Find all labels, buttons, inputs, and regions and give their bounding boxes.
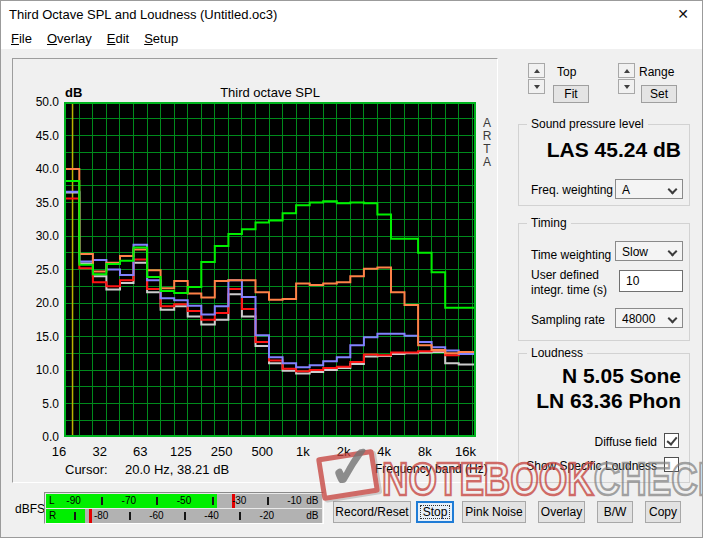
- x-tick: 4k: [377, 444, 391, 459]
- integr-time-input[interactable]: [619, 270, 683, 292]
- spl-group-label: Sound pressure level: [527, 117, 648, 131]
- meter-scale-label: dB: [306, 510, 318, 521]
- time-weighting-label: Time weighting: [531, 248, 611, 262]
- menu-edit[interactable]: Edit: [101, 28, 138, 49]
- chevron-down-icon: [668, 185, 678, 195]
- sampling-rate-value: 48000: [622, 312, 655, 326]
- fit-button[interactable]: Fit: [553, 85, 589, 103]
- freq-weighting-label: Freq. weighting: [531, 183, 613, 197]
- chart-panel: dB Third octave SPL A R T A 50.045.040.0…: [12, 58, 498, 483]
- meter-scale-label: -80: [94, 510, 108, 521]
- sone-value: N 5.05 Sone: [562, 364, 681, 388]
- bw-button[interactable]: B/W: [597, 501, 633, 523]
- menu-file[interactable]: File: [5, 28, 41, 49]
- x-tick: 8k: [418, 444, 432, 459]
- set-button[interactable]: Set: [641, 85, 677, 103]
- meter-scale-label: -60: [149, 510, 163, 521]
- loudness-group-label: Loudness: [527, 346, 587, 360]
- meter-tick: [212, 497, 214, 505]
- pink-noise-button[interactable]: Pink Noise: [462, 501, 526, 523]
- top-spinner: [528, 63, 545, 94]
- menu-bar: File Overlay Edit Setup: [1, 28, 702, 49]
- menu-overlay[interactable]: Overlay: [41, 28, 101, 49]
- y-tick: 10.0: [13, 363, 59, 377]
- overlay-button[interactable]: Overlay: [538, 501, 585, 523]
- diffuse-field-label: Diffuse field: [595, 435, 657, 449]
- freq-weighting-value: A: [622, 183, 630, 197]
- integr-time-label-line1: User defined: [531, 268, 599, 282]
- meter-tick: [156, 497, 158, 505]
- meter-tick: [74, 512, 76, 520]
- meter-tick: [267, 497, 269, 505]
- time-weighting-value: Slow: [622, 245, 648, 259]
- level-meter: -90-70-50-30-10dBL-80-60-40-20dBR: [44, 492, 324, 524]
- x-tick: 1k: [296, 444, 310, 459]
- meter-scale-label: -70: [122, 495, 136, 506]
- y-tick: 25.0: [13, 263, 59, 277]
- arta-brand-label: A R T A: [480, 117, 494, 169]
- dbfs-label: dBFS: [15, 502, 45, 516]
- sampling-rate-label: Sampling rate: [531, 313, 605, 327]
- meter-scale-label: -90: [66, 495, 80, 506]
- integr-time-label-line2: integr. time (s): [531, 283, 607, 297]
- menu-setup[interactable]: Setup: [138, 28, 187, 49]
- third-octave-window: Third Octave SPL and Loudness (Untitled.…: [0, 0, 703, 538]
- window-title: Third Octave SPL and Loudness (Untitled.…: [9, 7, 277, 22]
- cursor-readout-label: Cursor:: [65, 462, 108, 477]
- phon-value: LN 63.36 Phon: [536, 389, 681, 413]
- top-label: Top: [557, 65, 576, 79]
- meter-scale-label: -20: [260, 510, 274, 521]
- meter-scale-label: dB: [306, 495, 318, 506]
- spl-value: LAS 45.24 dB: [547, 138, 681, 162]
- timing-group-label: Timing: [527, 216, 571, 230]
- meter-tick: [239, 512, 241, 520]
- y-tick: 20.0: [13, 296, 59, 310]
- y-tick: 5.0: [13, 397, 59, 411]
- x-tick: 16k: [455, 444, 476, 459]
- chart-title: Third octave SPL: [64, 85, 476, 100]
- meter-scale-label: -50: [177, 495, 191, 506]
- x-tick: 16: [52, 444, 66, 459]
- timing-group: Timing Time weighting Slow User defined …: [518, 223, 690, 341]
- record-reset-button[interactable]: Record/Reset: [333, 501, 411, 523]
- x-tick: 125: [170, 444, 192, 459]
- spl-group: Sound pressure level LAS 45.24 dB Freq. …: [518, 124, 690, 206]
- y-tick: 0.0: [13, 430, 59, 444]
- meter-channel-label: R: [49, 510, 56, 521]
- meter-scale-label: -30: [232, 495, 246, 506]
- top-spin-up-icon[interactable]: [528, 63, 545, 78]
- meter-scale-label: -40: [204, 510, 218, 521]
- top-spin-down-icon[interactable]: [528, 79, 545, 94]
- show-specific-loudness-label: Show Specific Loudness: [526, 459, 657, 473]
- stop-button[interactable]: Stop: [416, 501, 454, 523]
- y-tick: 35.0: [13, 196, 59, 210]
- meter-row-r: -80-60-40-20dBR: [46, 509, 322, 523]
- title-bar: Third Octave SPL and Loudness (Untitled.…: [1, 1, 702, 28]
- freq-weighting-select[interactable]: A: [615, 179, 683, 199]
- meter-channel-label: L: [49, 495, 55, 506]
- meter-tick: [129, 512, 131, 520]
- range-spin-down-icon[interactable]: [618, 79, 635, 94]
- meter-row-l: -90-70-50-30-10dBL: [46, 494, 322, 508]
- copy-button[interactable]: Copy: [645, 501, 681, 523]
- diffuse-field-checkbox[interactable]: [664, 433, 679, 448]
- meter-tick: [184, 512, 186, 520]
- time-weighting-select[interactable]: Slow: [615, 241, 683, 261]
- range-spinner: [618, 63, 635, 94]
- y-tick: 40.0: [13, 162, 59, 176]
- spl-plot[interactable]: [64, 102, 476, 437]
- x-axis-label: Frequency band (Hz): [375, 462, 488, 476]
- show-specific-loudness-checkbox[interactable]: [664, 457, 679, 472]
- range-spin-up-icon[interactable]: [618, 63, 635, 78]
- close-icon[interactable]: ✕: [674, 5, 692, 23]
- sampling-rate-select[interactable]: 48000: [615, 308, 683, 328]
- y-tick: 15.0: [13, 330, 59, 344]
- y-tick: 45.0: [13, 129, 59, 143]
- y-tick: 30.0: [13, 229, 59, 243]
- loudness-group: Loudness N 5.05 Sone LN 63.36 Phon Diffu…: [518, 353, 690, 483]
- x-tick: 63: [133, 444, 147, 459]
- meter-scale-label: -10: [287, 495, 301, 506]
- meter-peak-marker: [89, 509, 92, 523]
- chevron-down-icon: [668, 314, 678, 324]
- meter-tick: [101, 497, 103, 505]
